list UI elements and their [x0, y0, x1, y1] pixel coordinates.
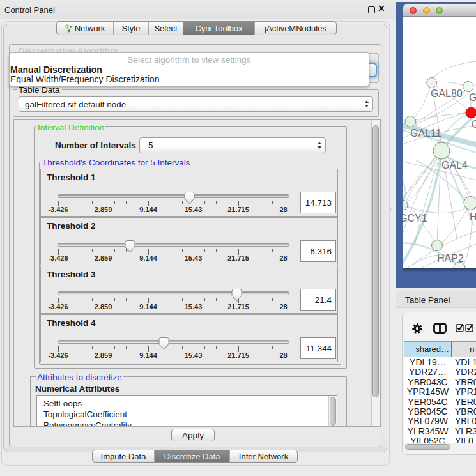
- svg-text:GAL11: GAL11: [410, 128, 441, 139]
- svg-text:GA: GA: [469, 92, 476, 103]
- svg-text:GAL4: GAL4: [441, 160, 468, 171]
- svg-text:GCY1: GCY1: [403, 213, 427, 224]
- svg-text:C: C: [472, 119, 476, 130]
- svg-text:HAP2: HAP2: [437, 253, 464, 264]
- svg-text:HIS4: HIS4: [470, 211, 476, 222]
- svg-text:GAL80: GAL80: [431, 88, 463, 99]
